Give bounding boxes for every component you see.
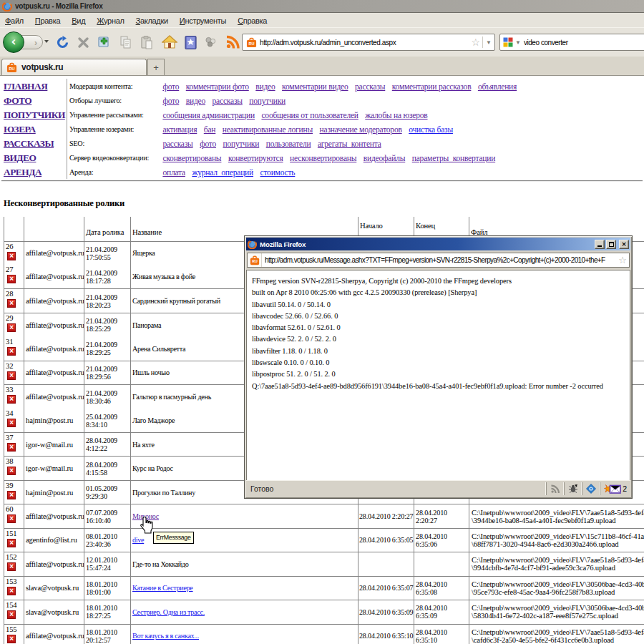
- admin-link[interactable]: агрегаты_контента: [318, 140, 381, 148]
- bookmarks-button[interactable]: [184, 35, 197, 50]
- main-nav-link[interactable]: ФОТО: [4, 95, 31, 106]
- admin-link[interactable]: попутчики: [223, 140, 260, 148]
- back-button[interactable]: ‹: [3, 31, 24, 53]
- stop-button[interactable]: [77, 36, 89, 49]
- main-nav-link[interactable]: ВИДЕО: [4, 152, 36, 163]
- admin-link[interactable]: рассказы: [355, 82, 385, 91]
- popup-titlebar[interactable]: Mozilla Firefox ×: [246, 238, 630, 250]
- new-tab-plus-button[interactable]: +: [147, 59, 165, 75]
- video-title[interactable]: Сардинский крупный рогатый: [132, 297, 220, 305]
- maximize-button[interactable]: [606, 240, 616, 249]
- search-bar[interactable]: ▼ video converter: [499, 34, 644, 51]
- admin-link[interactable]: активация: [162, 125, 197, 134]
- video-title[interactable]: Где-то на Хоккайдо: [132, 560, 189, 568]
- status-mail[interactable]: 2: [600, 482, 630, 495]
- status-addon-bug[interactable]: [564, 482, 582, 495]
- delete-icon[interactable]: ×: [7, 635, 16, 643]
- admin-link[interactable]: стоимость: [260, 168, 296, 177]
- delete-icon[interactable]: ×: [7, 371, 16, 380]
- delete-icon[interactable]: ×: [7, 587, 16, 595]
- admin-link[interactable]: попутчики: [249, 97, 286, 105]
- copy-button[interactable]: [119, 35, 133, 49]
- admin-link[interactable]: объявления: [478, 82, 517, 91]
- url-bar[interactable]: RU http://adm.votpusk.ru/admin_unconvert…: [242, 34, 495, 51]
- tab-votpusk[interactable]: RU votpusk.ru: [1, 59, 147, 75]
- menu-item[interactable]: Справка: [238, 16, 267, 25]
- minimize-button[interactable]: [595, 240, 605, 249]
- delete-icon[interactable]: ×: [7, 610, 16, 619]
- admin-link[interactable]: сконвертированы: [162, 154, 221, 162]
- video-title[interactable]: dive: [132, 536, 144, 544]
- video-title[interactable]: Ишль ночью: [132, 369, 170, 376]
- menu-item[interactable]: Инструменты: [180, 16, 226, 25]
- admin-link[interactable]: рассказы: [213, 97, 243, 105]
- url-text[interactable]: http://adm.votpusk.ru/admin_unconverted.…: [260, 39, 472, 47]
- admin-link[interactable]: журнал_операций: [192, 168, 253, 177]
- video-title[interactable]: Панорама: [132, 321, 161, 329]
- delete-icon[interactable]: ×: [7, 299, 16, 308]
- delete-icon[interactable]: ×: [7, 419, 16, 427]
- video-title[interactable]: Катание в Сестриере: [132, 584, 193, 592]
- bookmark-star-icon[interactable]: ☆: [618, 257, 627, 264]
- admin-link[interactable]: фото: [162, 82, 179, 91]
- menu-item[interactable]: Файл: [5, 16, 24, 25]
- admin-link[interactable]: видео: [255, 82, 275, 91]
- menu-item[interactable]: Закладки: [136, 16, 168, 25]
- admin-link[interactable]: сообщения администрации: [162, 111, 255, 119]
- admin-link[interactable]: оплата: [162, 168, 185, 177]
- delete-icon[interactable]: ×: [7, 443, 16, 452]
- delete-icon[interactable]: ×: [7, 562, 16, 571]
- popup-url-bar[interactable]: RU http://adm.votpusk.ru/Message.ashx?TX…: [247, 253, 630, 268]
- admin-link[interactable]: видео: [186, 97, 205, 105]
- home-button[interactable]: [162, 35, 177, 49]
- admin-link[interactable]: комментарии видео: [282, 82, 348, 91]
- video-title[interactable]: Сестриер. Одна из трасс.: [132, 608, 205, 616]
- menu-item[interactable]: Вид: [72, 16, 85, 25]
- admin-link[interactable]: фото: [162, 97, 179, 105]
- video-title[interactable]: Лаго Маджоре: [132, 416, 175, 424]
- admin-link[interactable]: назначение модераторов: [320, 125, 402, 134]
- admin-link[interactable]: параметры_конвертации: [412, 154, 495, 162]
- admin-link[interactable]: фото: [200, 140, 216, 148]
- delete-icon[interactable]: ×: [7, 275, 16, 283]
- close-button[interactable]: ×: [619, 240, 629, 249]
- status-geo[interactable]: [582, 482, 600, 495]
- video-title[interactable]: Ящерка: [132, 249, 155, 257]
- menu-item[interactable]: Правка: [35, 16, 60, 25]
- services-button[interactable]: [204, 36, 217, 49]
- video-title[interactable]: Вот качусь я в санках...: [132, 632, 199, 640]
- video-title[interactable]: Курс на Родос: [132, 464, 173, 472]
- url-dropdown-icon[interactable]: ▼: [482, 36, 492, 48]
- history-dropdown-icon[interactable]: [44, 40, 49, 43]
- popup-url-text[interactable]: http://adm.votpusk.ru/Message.ashx?TXT=F…: [262, 256, 616, 264]
- admin-link[interactable]: несконвертированы: [290, 154, 356, 162]
- admin-link[interactable]: конвертируются: [228, 154, 283, 162]
- admin-link[interactable]: комментарии фото: [186, 82, 249, 91]
- video-title[interactable]: Прогулки по Таллину: [132, 489, 195, 497]
- admin-link[interactable]: неактивированные логины: [223, 125, 313, 134]
- menu-item[interactable]: Журнал: [97, 16, 124, 25]
- paste-button[interactable]: [140, 35, 155, 50]
- delete-icon[interactable]: ×: [7, 323, 16, 332]
- main-nav-link[interactable]: ЮЗЕРА: [4, 124, 36, 135]
- video-title[interactable]: На яхте: [132, 441, 155, 449]
- admin-link[interactable]: рассказы: [162, 140, 192, 148]
- admin-link[interactable]: очистка базы: [409, 125, 453, 134]
- reload-button[interactable]: [56, 36, 69, 49]
- delete-icon[interactable]: ×: [7, 467, 16, 475]
- delete-icon[interactable]: ×: [7, 395, 16, 404]
- admin-link[interactable]: комментарии рассказов: [392, 82, 472, 91]
- admin-link[interactable]: сообщения от пользователей: [261, 111, 358, 119]
- status-rss[interactable]: [546, 482, 564, 495]
- new-tab-button[interactable]: [97, 35, 112, 49]
- delete-icon[interactable]: ×: [7, 252, 16, 260]
- admin-link[interactable]: видеофайлы: [364, 154, 405, 162]
- admin-link[interactable]: жалобы на юзеров: [365, 111, 427, 119]
- search-input[interactable]: video converter: [524, 39, 568, 47]
- main-nav-link[interactable]: АРЕНДА: [4, 167, 42, 177]
- delete-icon[interactable]: ×: [7, 514, 16, 523]
- bookmark-star-icon[interactable]: ☆: [472, 39, 481, 46]
- main-nav-link[interactable]: РАССКАЗЫ: [4, 138, 54, 149]
- delete-icon[interactable]: ×: [7, 491, 16, 499]
- video-title[interactable]: Гальтюр в пасмурный день: [132, 393, 211, 401]
